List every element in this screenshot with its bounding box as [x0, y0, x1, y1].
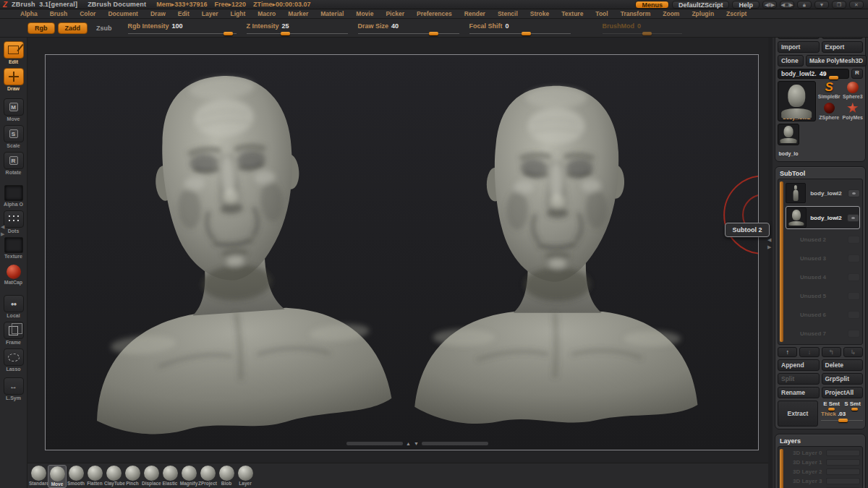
help-button[interactable]: Help	[732, 1, 760, 9]
menu-texture[interactable]: Texture	[561, 10, 583, 17]
subtool-item-6[interactable]: Unused 6	[786, 306, 860, 323]
esmt-slider[interactable]: E Smt	[821, 401, 842, 411]
current-tool-thumbnail[interactable]: body_lowl2	[778, 81, 816, 121]
subtool-item-0[interactable]: body_lowl2	[786, 181, 860, 205]
layer-row-1[interactable]: 3D Layer 1	[786, 458, 860, 467]
viewport[interactable]	[27, 38, 768, 463]
scale-button[interactable]: S Scale	[3, 125, 25, 148]
restore-button[interactable]: ❐	[832, 1, 846, 9]
menu-preferences[interactable]: Preferences	[417, 10, 452, 17]
right-divider[interactable]: ◀▶	[768, 9, 773, 488]
slider-handle[interactable]	[281, 32, 290, 35]
move-up-button[interactable]: ↑	[778, 347, 797, 357]
polymesh-star-tool[interactable]: PolyMes	[843, 102, 863, 122]
brush-flatten[interactable]: Flatten	[85, 465, 104, 488]
lock-icon[interactable]: 🔒︎	[797, 1, 812, 9]
brush-move-selected[interactable]: Move	[48, 465, 67, 488]
brush-claytube[interactable]: ClayTube	[104, 465, 123, 488]
z-intensity-slider[interactable]: Z Intensity25	[247, 22, 348, 34]
move-button[interactable]: M Move	[3, 98, 25, 121]
layer-row-2[interactable]: 3D Layer 2	[786, 467, 860, 476]
rgb-intensity-slider[interactable]: Rgb Intensity100	[128, 22, 237, 34]
brush-magnify[interactable]: Magnify	[179, 465, 198, 488]
brush-pinch[interactable]: Pinch	[123, 465, 142, 488]
simplebrush-tool[interactable]: S SimpleBr	[818, 81, 841, 101]
edit-button[interactable]: Edit	[3, 41, 25, 64]
menu-marker[interactable]: Marker	[288, 10, 308, 17]
subtool-item-5[interactable]: Unused 5	[786, 287, 860, 304]
menu-brush[interactable]: Brush	[50, 10, 68, 17]
draw-size-slider[interactable]: Draw Size40	[358, 22, 459, 34]
brush-standard[interactable]: Standard	[29, 465, 48, 488]
sphere3d-tool[interactable]: Sphere3	[843, 81, 863, 101]
brush-zproject[interactable]: ZProject	[198, 465, 217, 488]
delete-button[interactable]: Delete	[822, 359, 864, 371]
matcap-selector[interactable]: MatCap	[3, 265, 25, 285]
menu-tool[interactable]: Tool	[595, 10, 608, 17]
zadd-button[interactable]: Zadd	[58, 22, 88, 34]
local-button[interactable]: Local	[3, 295, 25, 318]
menu-document[interactable]: Document	[108, 10, 138, 17]
rgb-button[interactable]: Rgb	[27, 22, 55, 34]
menu-stroke[interactable]: Stroke	[530, 10, 549, 17]
menu-zplugin[interactable]: Zplugin	[692, 10, 714, 17]
menus-button[interactable]: Menus	[635, 1, 669, 9]
lasso-button[interactable]: Lasso	[3, 348, 25, 372]
rename-button[interactable]: Rename	[778, 387, 820, 398]
brush-elastic[interactable]: Elastic	[161, 465, 179, 488]
menu-zoom[interactable]: Zoom	[663, 10, 679, 17]
slider-handle[interactable]	[522, 32, 531, 35]
menu-alpha[interactable]: Alpha	[20, 10, 38, 17]
zsub-button[interactable]: Zsub	[96, 25, 112, 32]
menu-light[interactable]: Light	[231, 10, 246, 17]
menu-picker[interactable]: Picker	[386, 10, 404, 17]
slider-handle[interactable]	[429, 32, 438, 35]
recent-tool-thumbnail[interactable]	[778, 124, 799, 145]
menu-macro[interactable]: Macro	[258, 10, 276, 17]
subtool-item-2[interactable]: Unused 2	[786, 231, 860, 248]
palette-dock-icon[interactable]: ◀❏▶	[780, 1, 794, 9]
projectall-button[interactable]: ProjectAll	[822, 387, 864, 398]
layer-checkbox[interactable]	[826, 450, 861, 456]
menu-transform[interactable]: Transform	[621, 10, 651, 17]
import-button[interactable]: Import	[778, 41, 820, 53]
active-tool-slider[interactable]: body_lowl2. 49	[778, 69, 849, 79]
texture-selector[interactable]: Texture	[3, 237, 25, 259]
layer-row-0[interactable]: 3D Layer 0	[786, 448, 860, 458]
grpsplit-button[interactable]: GrpSplit	[822, 373, 864, 385]
ssmt-slider[interactable]: S Smt	[842, 401, 863, 411]
stroke-selector[interactable]: Dots	[3, 210, 25, 234]
brush-layer[interactable]: Layer	[236, 465, 255, 488]
subtool-item-1-selected[interactable]: body_lowl2	[786, 206, 860, 229]
layer-checkbox[interactable]	[826, 478, 861, 484]
tray-up-arrow-icon[interactable]: ▲	[406, 441, 411, 446]
left-divider-arrows[interactable]: ◀▶	[1, 224, 4, 236]
brush-displace[interactable]: Displace	[142, 465, 161, 488]
menu-draw[interactable]: Draw	[150, 10, 166, 17]
menu-movie[interactable]: Movie	[356, 10, 373, 17]
thick-slider[interactable]: Thick .03	[821, 411, 863, 421]
visibility-eye-icon[interactable]	[848, 189, 860, 197]
r-button[interactable]: R	[851, 69, 863, 79]
layer-checkbox[interactable]	[826, 468, 861, 475]
layers-scrollbar[interactable]	[780, 449, 783, 488]
append-button[interactable]: Append	[778, 359, 820, 371]
subtool-scrollbar[interactable]	[780, 181, 783, 342]
rotate-button[interactable]: R Rotate	[3, 152, 25, 175]
lsym-button[interactable]: ↔ L.Sym	[3, 377, 25, 401]
zsphere-tool[interactable]: ZSphere	[818, 102, 841, 122]
menu-material[interactable]: Material	[320, 10, 344, 17]
tray-down-arrow-icon[interactable]: ▼	[414, 441, 419, 446]
menu-color[interactable]: Color	[80, 10, 95, 17]
layer-row-3[interactable]: 3D Layer 3	[786, 476, 860, 486]
menu-render[interactable]: Render	[464, 10, 485, 17]
draw-button[interactable]: Draw	[3, 68, 25, 91]
subtool-item-4[interactable]: Unused 4	[786, 268, 860, 286]
visibility-eye-icon[interactable]	[847, 214, 859, 222]
subtool-item-7[interactable]: Unused 7	[786, 325, 860, 342]
layer-checkbox[interactable]	[826, 459, 861, 466]
make-polymesh3d-button[interactable]: Make PolyMesh3D	[806, 55, 867, 67]
focal-shift-slider[interactable]: Focal Shift0	[469, 22, 571, 34]
brush-blob[interactable]: Blob	[217, 465, 236, 488]
frame-button[interactable]: Frame	[3, 322, 25, 345]
